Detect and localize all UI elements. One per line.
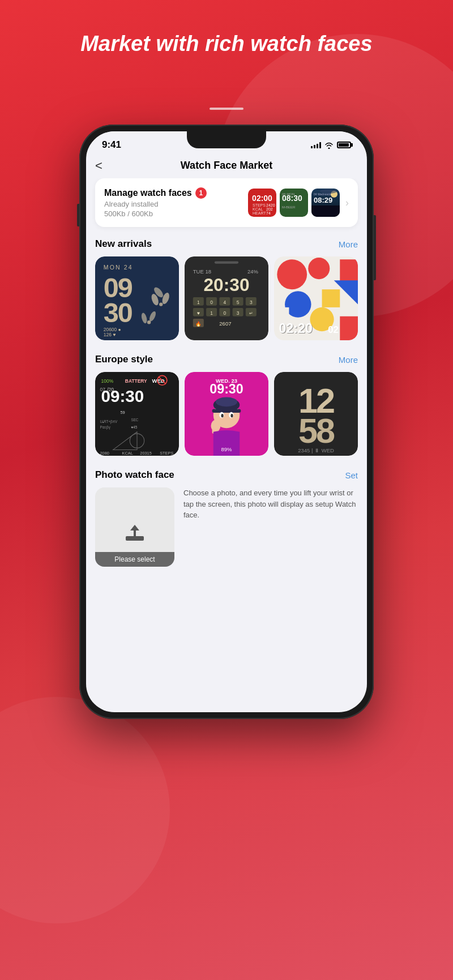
svg-text:TUE 18: TUE 18 [193,268,211,275]
manage-storage: 500Kb / 600Kb [104,209,207,218]
manage-thumbs: 02:00 STEPS KCAL HEART 2420 202 74 [248,189,349,217]
manage-card[interactable]: Manage watch faces 1 Already installed 5… [95,178,358,227]
svg-rect-97 [212,409,241,413]
photo-description: Choose a photo, and every time you lift … [183,487,358,521]
watch-face-pink[interactable]: WED. 23 09:30 [185,372,268,456]
svg-text:MON 24: MON 24 [104,264,133,271]
svg-text:08:29: 08:29 [314,196,332,204]
svg-text:02:00: 02:00 [252,194,272,203]
svg-text:2080: 2080 [100,451,109,456]
europe-style-more[interactable]: More [339,355,358,365]
notification-badge: 1 [195,187,207,199]
signal-icon [311,142,321,148]
watch-thumb-3: 04 Wednesday 08:29 [311,189,340,217]
new-arrivals-header: New arrivals More [95,238,358,250]
svg-text:U₂RT+βπV: U₂RT+βπV [100,420,118,424]
watch-face-minimal[interactable]: 12 58 2345 | ⏸ WED [274,372,358,456]
page-title: Watch Face Market [181,160,272,172]
svg-text:Pα≡βγ: Pα≡βγ [100,425,110,430]
please-select-label: Please select [95,552,174,567]
svg-text:59: 59 [120,410,125,415]
photo-content: Please select Choose a photo, and every … [95,487,358,567]
svg-text:1: 1 [210,310,213,316]
svg-text:2420: 2420 [266,203,275,207]
svg-point-60 [277,259,307,289]
watch-face-calc[interactable]: TUE 18 24% 20:30 1 0 4 5 3 [185,256,268,340]
watch-face-chalkboard[interactable]: 100% BATTERY WED 07 /20 09:30 59 U₂RT+βπ… [95,372,179,456]
status-time: 9:41 [102,139,121,151]
svg-text:🔥: 🔥 [195,321,202,327]
svg-point-100 [221,414,223,417]
europe-style-grid: 100% BATTERY WED 07 /20 09:30 59 U₂RT+βπ… [95,372,358,456]
svg-text:1: 1 [197,299,200,305]
page-headline: Market with rich watch faces [0,31,453,57]
svg-text:08:30: 08:30 [282,194,302,203]
svg-text:♥45: ♥45 [131,425,137,429]
svg-text:02: 02 [328,324,339,335]
svg-text:SEC: SEC [131,418,138,422]
svg-text:126 ♥: 126 ♥ [104,332,116,337]
new-arrivals-grid: MON 24 09 30 20600 ● 126 ♥ [95,256,358,340]
photo-watch-set[interactable]: Set [345,470,358,480]
svg-point-101 [230,414,233,417]
svg-text:2607: 2607 [219,320,231,327]
photo-upload-area[interactable]: Please select [95,487,174,567]
phone-screen: 9:41 < Watch Fac [86,131,367,712]
wifi-icon [324,142,334,149]
svg-rect-32 [215,261,238,263]
svg-rect-15 [311,206,340,217]
svg-text:M-BEER: M-BEER [282,206,296,209]
photo-watch-title: Photo watch face [95,469,174,481]
svg-text:20315: 20315 [140,451,152,456]
svg-text:↵: ↵ [249,310,253,316]
svg-text:02:20: 02:20 [279,321,312,336]
svg-text:24%: 24% [247,268,259,275]
svg-text:100%: 100% [101,378,114,384]
photo-watch-section: Photo watch face Set Please select [95,469,358,567]
svg-rect-64 [322,289,340,307]
watch-thumb-2: 06 MON 08:30 M-BEER [280,189,308,217]
svg-text:HEART: HEART [253,211,266,215]
svg-point-22 [159,302,163,306]
header-divider [210,108,243,110]
new-arrivals-title: New arrivals [95,238,152,250]
svg-text:0: 0 [223,310,226,316]
svg-text:3: 3 [237,310,240,316]
svg-text:0: 0 [210,299,213,305]
europe-style-header: Europe style More [95,354,358,365]
svg-text:58: 58 [298,411,335,450]
mute-btn [77,204,79,226]
svg-text:5: 5 [237,299,240,305]
svg-rect-67 [274,307,289,322]
svg-text:BATTERY: BATTERY [125,378,147,384]
svg-text:STEPS: STEPS [253,203,266,207]
svg-text:89%: 89% [221,446,232,452]
svg-text:4: 4 [223,299,226,305]
upload-icon [125,524,145,547]
manage-subtitle: Already installed [104,200,207,208]
svg-text:30: 30 [104,297,133,328]
photo-watch-header: Photo watch face Set [95,469,358,481]
svg-text:♥: ♥ [197,310,200,316]
content-area: Manage watch faces 1 Already installed 5… [86,178,367,712]
new-arrivals-more[interactable]: More [339,239,358,249]
svg-text:20:30: 20:30 [203,275,249,295]
svg-text:202: 202 [266,207,273,211]
phone-frame: 9:41 < Watch Fac [79,125,374,719]
svg-text:KCAL: KCAL [122,451,133,456]
svg-text:KCAL: KCAL [253,207,263,211]
svg-point-61 [308,258,330,279]
svg-marker-112 [130,525,139,530]
watch-face-floral[interactable]: MON 24 09 30 20600 ● 126 ♥ [95,256,179,340]
watch-face-geometric[interactable]: 02:20 02 [274,256,358,340]
phone-notch [187,131,266,148]
nav-bar: < Watch Face Market [86,155,367,178]
svg-rect-68 [340,316,358,340]
svg-rect-110 [126,536,144,541]
back-button[interactable]: < [95,159,102,173]
europe-style-title: Europe style [95,354,153,365]
svg-text:74: 74 [266,211,271,215]
manage-title: Manage watch faces 1 [104,187,207,199]
power-btn [374,226,376,272]
svg-text:09:30: 09:30 [101,387,144,405]
